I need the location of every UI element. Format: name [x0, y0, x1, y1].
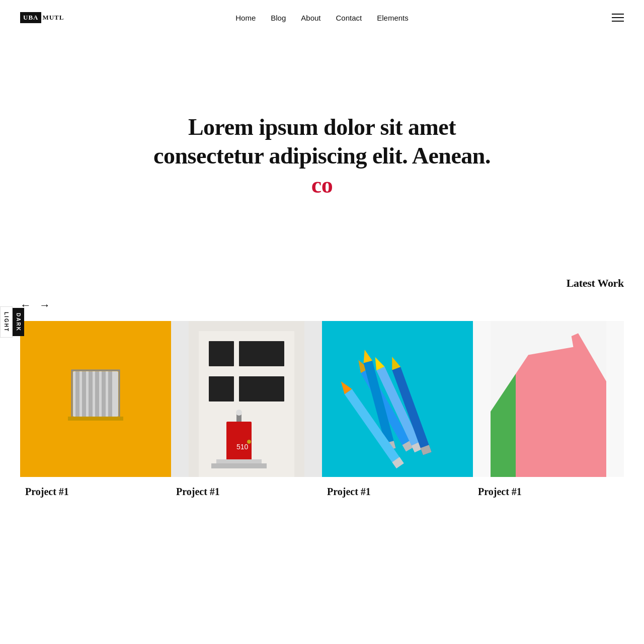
project-title-2: Project #1 [171, 477, 322, 503]
svg-rect-21 [211, 463, 267, 468]
svg-rect-2 [75, 371, 79, 417]
svg-rect-6 [102, 371, 106, 417]
nav-contact[interactable]: Contact [336, 14, 362, 22]
menu-line-2 [612, 17, 624, 18]
svg-rect-4 [89, 371, 93, 417]
next-arrow-button[interactable]: → [39, 300, 50, 311]
svg-point-23 [236, 410, 242, 416]
project-image-4 [473, 321, 624, 477]
hero-section: Lorem ipsum dolor sit amet consectetur a… [0, 35, 644, 267]
svg-point-19 [247, 440, 251, 444]
project-title-4: Project #1 [473, 477, 624, 503]
logo[interactable]: UBA MUTL [20, 12, 64, 23]
project-item-1[interactable]: Project #1 [20, 321, 171, 503]
nav-blog[interactable]: Blog [271, 14, 286, 22]
header: UBA MUTL Home Blog About Contact Element… [0, 0, 644, 35]
carousel-nav: ← → [0, 295, 644, 321]
svg-rect-3 [82, 371, 86, 417]
hero-accent: co [311, 172, 333, 198]
projects-grid: Project #1 510 [0, 321, 644, 503]
project-image-3 [322, 321, 473, 477]
theme-toggle[interactable]: DARK LIGHT [0, 306, 24, 338]
logo-text: MUTL [41, 14, 64, 22]
nav-about[interactable]: About [301, 14, 320, 22]
svg-rect-9 [68, 417, 123, 421]
menu-line-3 [612, 21, 624, 22]
project-image-2: 510 [171, 321, 322, 477]
svg-rect-14 [209, 376, 234, 401]
project-item-2[interactable]: 510 Project #1 [171, 321, 322, 503]
project-image-1 [20, 321, 171, 477]
main-nav: Home Blog About Contact Elements [235, 14, 408, 22]
dark-mode-toggle[interactable]: DARK [13, 308, 24, 337]
svg-rect-5 [95, 371, 99, 417]
svg-rect-7 [108, 371, 112, 417]
project-item-3[interactable]: Project #1 [322, 321, 473, 503]
light-mode-toggle[interactable]: LIGHT [0, 306, 13, 338]
logo-box: UBA [20, 12, 41, 23]
svg-text:510: 510 [236, 443, 249, 451]
project-title-1: Project #1 [20, 477, 171, 503]
hamburger-menu-icon[interactable] [612, 14, 624, 22]
latest-work-title: Latest Work [567, 277, 624, 290]
svg-rect-15 [239, 376, 284, 401]
svg-rect-12 [209, 341, 234, 366]
svg-rect-13 [239, 341, 284, 366]
menu-line-1 [612, 14, 624, 15]
project-item-4[interactable]: Project #1 [473, 321, 624, 503]
nav-home[interactable]: Home [235, 14, 256, 22]
nav-elements[interactable]: Elements [377, 14, 409, 22]
hero-title: Lorem ipsum dolor sit amet consectetur a… [146, 113, 498, 200]
latest-work-header: Latest Work [0, 267, 644, 295]
project-title-3: Project #1 [322, 477, 473, 503]
